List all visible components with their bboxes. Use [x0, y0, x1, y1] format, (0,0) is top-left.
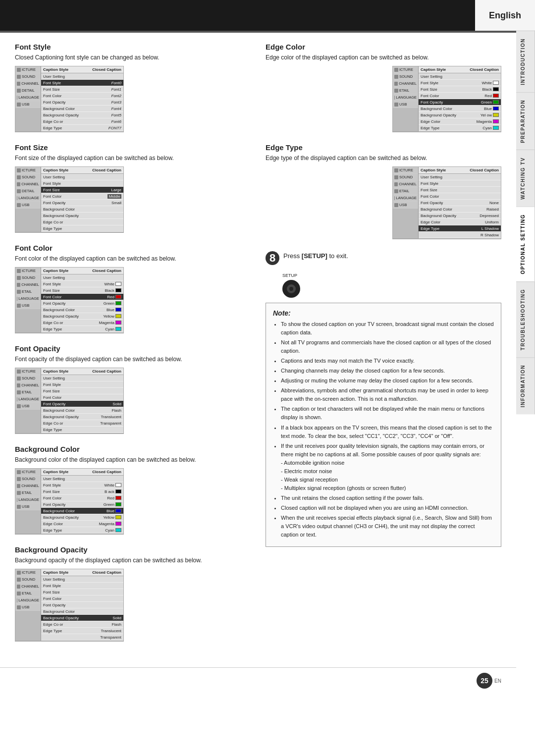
note-item: When the unit receives special effects p… [281, 514, 494, 539]
note-item: Closed caption will not be displayed whe… [281, 504, 494, 512]
side-tab-information[interactable]: INFORMATION [516, 357, 535, 414]
mockup-header: ICTURE SOUND CHANNEL DETAIL LANGUAGE USB… [15, 66, 123, 132]
step-text: Press [SETUP] to exit. [283, 250, 348, 260]
mockup-row-user: User Setting [41, 73, 123, 80]
note-item: If a black box appears on the TV screen,… [281, 424, 494, 440]
note-item: Not all TV programs and commercials have… [281, 338, 494, 355]
edge-color-desc: Edge color of the displayed caption can … [266, 53, 501, 62]
mockup-row-fontopacity: Font OpacityFont3 [41, 99, 123, 106]
font-style-title: Font Style [15, 43, 251, 51]
nav-language: LANGUAGE [15, 94, 41, 101]
font-color-mockup: ICTURE SOUND CHANNEL ETAIL LANGUAGE USB … [15, 267, 124, 333]
font-size-section: Font Size Font size of the displayed cap… [15, 143, 251, 233]
note-item: To show the closed caption on your TV sc… [281, 320, 494, 337]
nav-usb: USB [15, 101, 41, 108]
note-item: Abbreviations, symbols and other grammat… [281, 386, 494, 403]
side-tab-optional[interactable]: OPTIONAL SETTING [516, 207, 535, 281]
side-tab-troubleshooting[interactable]: TROUBLESHOOTING [516, 281, 535, 357]
side-tab-watching[interactable]: WATCHING TV [516, 150, 535, 207]
edge-type-section: Edge Type Edge type of the displayed cap… [266, 143, 501, 239]
font-color-section: Font Color Font color of the displayed c… [15, 244, 251, 333]
font-style-desc: Closed Captioning font style can be chan… [15, 53, 251, 62]
font-color-desc: Font color of the displayed caption can … [15, 254, 251, 263]
note-item: Adjusting or muting the volume may delay… [281, 377, 494, 385]
step8-row: 8 Press [SETUP] to exit. [266, 250, 501, 265]
page-en-label: EN [494, 678, 501, 684]
font-size-title: Font Size [15, 143, 251, 152]
font-opacity-title: Font Opacity [15, 344, 251, 353]
step8-container: 8 Press [SETUP] to exit. SETUP [266, 250, 501, 298]
font-style-section: Font Style Closed Captioning font style … [15, 43, 251, 132]
two-column-layout: Font Style Closed Captioning font style … [15, 43, 501, 652]
mockup-row-bgcolor: Background ColorFont4 [41, 106, 123, 112]
mockup-header: ICTURE SOUND CHANNEL DETAIL LANGUAGE USB… [15, 167, 123, 232]
step-number: 8 [266, 251, 279, 265]
edge-color-mockup: ICTURE SOUND CHANNEL ETAIL LANGUAGE USB … [392, 66, 501, 132]
side-tab-introduction[interactable]: INTRODUCTION [516, 31, 535, 92]
mockup-nav: ICTURE SOUND CHANNEL DETAIL LANGUAGE USB [15, 167, 41, 232]
language-tab: English [475, 0, 535, 31]
note-item: If the unit receives poor quality televi… [281, 442, 494, 492]
font-color-title: Font Color [15, 244, 251, 252]
background-opacity-section: Background Opacity Background opacity of… [15, 545, 251, 642]
mockup-row-fontstyle: Font StyleFont0 [41, 80, 123, 86]
background-opacity-title: Background Opacity [15, 545, 251, 554]
edge-type-title: Edge Type [266, 143, 501, 152]
svg-point-1 [289, 287, 293, 291]
note-box: Note: To show the closed caption on your… [266, 303, 501, 547]
language-label: English [489, 10, 521, 21]
font-size-desc: Font size of the displayed caption can b… [15, 154, 251, 162]
edge-type-mockup: ICTURE SOUND CHANNEL ETAIL LANGUAGE USB … [392, 166, 501, 239]
note-item: Captions and texts may not match the TV … [281, 357, 494, 365]
page-number: 25 [477, 673, 492, 689]
note-list: To show the closed caption on your TV sc… [273, 320, 494, 539]
font-style-mockup: ICTURE SOUND CHANNEL DETAIL LANGUAGE USB… [15, 66, 124, 132]
nav-detail: DETAIL [15, 87, 41, 94]
main-content: Font Style Closed Captioning font style … [0, 33, 516, 662]
background-opacity-mockup: ICTURE SOUND CHANNEL ETAIL LANGUAGE USB … [15, 569, 124, 642]
edge-type-desc: Edge type of the displayed caption can b… [266, 154, 501, 162]
mockup-row-fontcolor: Font ColorFont2 [41, 93, 123, 99]
nav-channel: CHANNEL [15, 80, 41, 87]
nav-sound: SOUND [15, 73, 41, 80]
background-color-desc: Background color of the displayed captio… [15, 455, 251, 464]
background-color-title: Background Color [15, 445, 251, 453]
background-color-mockup: ICTURE SOUND CHANNEL ETAIL LANGUAGE USB … [15, 468, 124, 535]
font-opacity-section: Font Opacity Font opacity of the display… [15, 344, 251, 434]
setup-icon [282, 280, 300, 298]
mockup-row-edgecolor: Edge Co orFont6 [41, 118, 123, 125]
left-column: Font Style Closed Captioning font style … [15, 43, 251, 652]
note-item: The caption or text characters will not … [281, 405, 494, 422]
mockup-nav: ICTURE SOUND CHANNEL DETAIL LANGUAGE USB [15, 66, 41, 131]
mockup-title-row: Caption StyleClosed Caption [41, 66, 123, 73]
mockup-row-edgetype: Edge TypeFONT7 [41, 125, 123, 131]
font-opacity-desc: Font opacity of the displayed caption ca… [15, 355, 251, 364]
background-color-section: Background Color Background color of the… [15, 445, 251, 535]
mockup-row-fontsize: Font SizeFont1 [41, 86, 123, 93]
font-opacity-mockup: ICTURE SOUND CHANNEL ETAIL LANGUAGE USB … [15, 368, 124, 434]
note-item: Changing channels may delay the closed c… [281, 367, 494, 375]
side-tabs: INTRODUCTION PREPARATION WATCHING TV OPT… [516, 31, 535, 414]
edge-color-title: Edge Color [266, 43, 501, 51]
right-column: Edge Color Edge color of the displayed c… [266, 43, 501, 652]
setup-label: SETUP [282, 273, 501, 278]
edge-color-section: Edge Color Edge color of the displayed c… [266, 43, 501, 132]
mockup-row-bgopacity: Background OpacityFont5 [41, 112, 123, 118]
nav-picture: ICTURE [15, 66, 41, 73]
font-size-mockup: ICTURE SOUND CHANNEL DETAIL LANGUAGE USB… [15, 166, 124, 233]
note-item: The unit retains the closed caption sett… [281, 494, 494, 502]
side-tab-preparation[interactable]: PREPARATION [516, 92, 535, 150]
background-opacity-desc: Background opacity of the displayed capt… [15, 556, 251, 565]
mockup-content: Caption StyleClosed Caption User Setting… [41, 66, 123, 131]
page-footer: 25 EN [0, 667, 516, 694]
top-bar: English [0, 0, 535, 31]
note-title: Note: [273, 309, 494, 317]
